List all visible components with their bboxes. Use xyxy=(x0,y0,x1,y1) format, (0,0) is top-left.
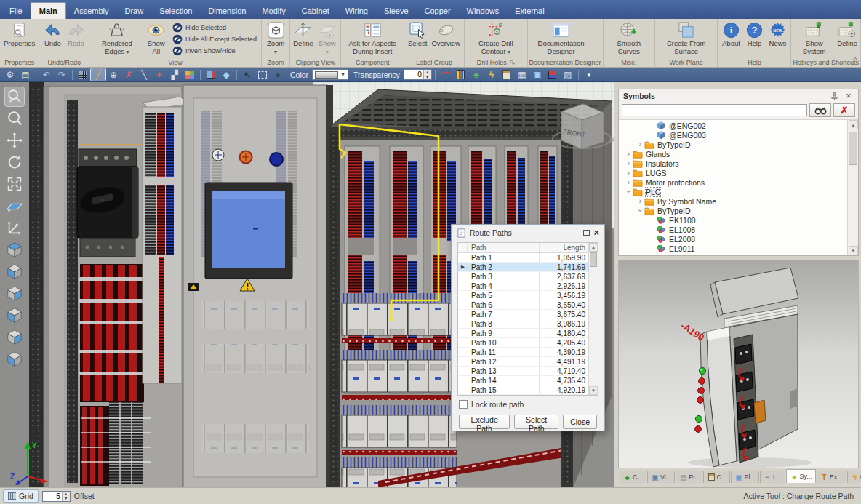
column-length[interactable]: Length xyxy=(539,243,588,252)
blocks-redblue-icon[interactable] xyxy=(545,68,560,81)
show-button[interactable]: Show ▾ xyxy=(315,20,339,56)
path-row[interactable]: Path 53,456.19 xyxy=(458,291,588,300)
grid-small-icon[interactable] xyxy=(76,68,90,81)
snap-point-icon[interactable]: ╲ xyxy=(137,68,151,81)
marquee-icon[interactable] xyxy=(255,68,270,81)
path-row[interactable]: Path 144,735.40 xyxy=(458,376,588,385)
path-row[interactable]: Path 42,926.19 xyxy=(458,281,588,291)
toolbar-overflow-icon[interactable]: ▾ xyxy=(582,68,596,81)
fit-view-icon[interactable] xyxy=(5,175,24,193)
clover-icon[interactable]: ♣ xyxy=(469,68,484,81)
expander-icon[interactable]: › xyxy=(636,197,644,205)
tree-item-motor-protections[interactable]: ›Motor protections xyxy=(619,177,846,187)
tree-item-lugs[interactable]: ›LUGS xyxy=(619,168,846,177)
layer-diamond-icon[interactable]: ◆ xyxy=(219,68,233,81)
path-row[interactable]: Path 104,205.40 xyxy=(458,338,588,348)
dialog-titlebar[interactable]: Route Paths × xyxy=(452,225,604,241)
view-cube-bottom-icon[interactable] xyxy=(5,349,24,368)
tree-item-bytypeid[interactable]: ›ByTypeID xyxy=(619,206,846,215)
scroll-up-icon[interactable]: ▲ xyxy=(849,120,858,129)
grid-size-stepper[interactable]: ▲▼ xyxy=(42,491,71,502)
scroll-down-icon[interactable]: ▼ xyxy=(589,386,598,395)
rotate-icon[interactable] xyxy=(5,153,24,172)
panel-tab-c[interactable]: ♣C... xyxy=(620,471,646,483)
menu-tab-main[interactable]: Main xyxy=(31,2,66,19)
menu-tab-modify[interactable]: Modify xyxy=(254,3,293,19)
menu-tab-draw[interactable]: Draw xyxy=(116,3,151,19)
menu-tab-windows[interactable]: Windows xyxy=(459,3,508,19)
path-row[interactable]: Path 11,059.90 xyxy=(458,253,588,263)
route-paths-dialog[interactable]: Route Paths × Path Length Path 11,059.90… xyxy=(451,224,605,431)
pick-arrow-icon[interactable]: ↖ xyxy=(240,68,255,81)
menu-tab-dimension[interactable]: Dimension xyxy=(200,3,254,19)
dialog-scrollbar[interactable]: ▲ ▼ xyxy=(588,243,598,395)
path-row[interactable]: Path 73,675.40 xyxy=(458,310,588,319)
view-cube-back-icon[interactable] xyxy=(5,327,24,346)
expander-icon[interactable]: › xyxy=(636,207,644,215)
panel-edit-icon[interactable]: ▨ xyxy=(561,68,575,81)
zoom-icon[interactable] xyxy=(5,109,24,128)
menu-tab-external[interactable]: External xyxy=(507,3,552,19)
expander-icon[interactable]: › xyxy=(625,188,633,196)
panel-tab-ex[interactable]: TEx... xyxy=(817,471,846,483)
properties-button[interactable]: Properties xyxy=(1,20,37,48)
panel-tab-l[interactable]: ≡L... xyxy=(760,471,786,483)
tree-item-power-distribution[interactable]: ›Power_distribution xyxy=(619,253,846,255)
menu-tab-file[interactable]: File xyxy=(1,3,31,19)
exclude-path-button[interactable]: Exclude Path xyxy=(459,415,510,429)
tree-item-eng002[interactable]: @ENG002 xyxy=(619,121,846,130)
path-row[interactable]: Path 134,710.40 xyxy=(458,367,588,376)
tree-item-bytypeid[interactable]: ›ByTypeID xyxy=(619,140,846,149)
scroll-down-icon[interactable]: ▼ xyxy=(849,246,858,255)
path-row[interactable]: Path 94,180.40 xyxy=(458,329,588,338)
expander-icon[interactable]: › xyxy=(636,140,644,148)
path-row[interactable]: Path 124,491.19 xyxy=(458,357,588,367)
menu-tab-wiring[interactable]: Wiring xyxy=(337,3,376,19)
stepper-down-icon[interactable]: ▼ xyxy=(63,496,70,501)
select-path-button[interactable]: Select Path xyxy=(514,415,558,429)
move-axes-icon[interactable] xyxy=(5,218,24,237)
panel-tab-pl[interactable]: ▣Pl... xyxy=(731,471,759,483)
properties-tool-icon[interactable]: ⚙ xyxy=(3,68,17,81)
panel-close-icon[interactable]: × xyxy=(844,91,854,101)
tree-item-eng003[interactable]: @ENG003 xyxy=(619,130,846,140)
tree-item-el1008[interactable]: EL1008 xyxy=(619,225,846,234)
about-button[interactable]: iAbout xyxy=(719,20,742,48)
path-row[interactable]: Path 83,986.19 xyxy=(458,319,588,329)
path-row[interactable]: ▶Path 21,741.69 xyxy=(458,263,588,272)
pin-icon[interactable] xyxy=(829,91,839,101)
tree-item-by-symbol-name[interactable]: ›By Symbol Name xyxy=(619,196,846,206)
menu-tab-copper[interactable]: Copper xyxy=(417,3,459,19)
maximize-icon[interactable] xyxy=(583,230,590,236)
undo-button[interactable]: Undo xyxy=(41,20,64,48)
grid-size-input[interactable] xyxy=(43,492,62,501)
view-cube-left-icon[interactable] xyxy=(5,262,24,281)
clip-plane-icon[interactable] xyxy=(5,196,24,215)
clear-search-button[interactable]: ✗ xyxy=(833,103,855,117)
view-cube-front-icon[interactable] xyxy=(5,305,24,324)
stepper-down-icon[interactable]: ▼ xyxy=(424,75,431,80)
menu-tab-selection[interactable]: Selection xyxy=(151,3,200,19)
scrollbar-thumb[interactable] xyxy=(849,132,857,165)
grid-toggle-button[interactable]: Grid xyxy=(3,489,39,503)
smooth-curves-button[interactable]: Smooth Curves xyxy=(605,20,653,55)
tree-item-plc[interactable]: ›PLC xyxy=(619,187,846,196)
draw-line-icon[interactable]: ╱ xyxy=(91,68,105,81)
path-row[interactable]: Path 63,650.40 xyxy=(458,300,588,310)
color-dropdown[interactable]: ▼ xyxy=(312,69,348,80)
table-grid-icon[interactable]: ▦ xyxy=(515,68,529,81)
close-icon[interactable]: × xyxy=(593,229,599,236)
pan-icon[interactable] xyxy=(5,131,24,150)
panel-blue-icon[interactable]: ▣ xyxy=(530,68,545,81)
lightning-icon[interactable]: ϟ xyxy=(484,68,499,81)
scroll-up-icon[interactable]: ▲ xyxy=(589,243,598,252)
tree-item-insulators[interactable]: ›Insulators xyxy=(619,159,846,168)
panel-tab-pr[interactable]: ▤Pr... xyxy=(676,471,704,483)
snap-cross-icon[interactable]: + xyxy=(152,68,167,81)
snap-rotate-icon[interactable]: ⊕ xyxy=(106,68,121,81)
menu-tab-assembly[interactable]: Assembly xyxy=(66,3,117,19)
tree-item-el2008[interactable]: EL2008 xyxy=(619,234,846,244)
undo-small-icon[interactable]: ↶ xyxy=(39,68,54,81)
news-button[interactable]: NEWNews xyxy=(766,20,789,48)
dialog-launcher-icon[interactable] xyxy=(510,60,515,65)
